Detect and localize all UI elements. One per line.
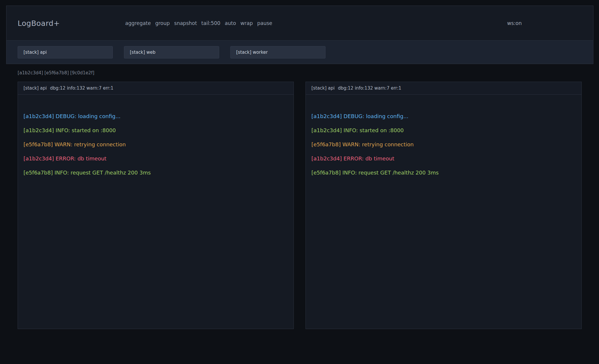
log-line: [e5f6a7b8] WARN: retrying connection [24,137,288,152]
panel-level-stats: dbg:12 info:132 warn:7 err:1 [338,85,401,91]
toolbar-item-snapshot[interactable]: snapshot [174,20,197,26]
log-panels: [stack] api dbg:12 info:132 warn:7 err:1… [18,82,582,329]
log-line: [e5f6a7b8] INFO: request GET /healthz 20… [24,166,288,180]
log-panel-right: [stack] api dbg:12 info:132 warn:7 err:1… [306,82,582,329]
toolbar-item-wrap[interactable]: wrap [240,20,253,26]
log-line: [a1b2c3d4] INFO: started on :8000 [311,123,576,137]
log-line: [a1b2c3d4] INFO: started on :8000 [24,123,288,137]
panel-stack-title: [stack] api [311,85,335,91]
log-line: [a1b2c3d4] ERROR: db timeout [311,152,576,166]
log-panel-body: [a1b2c3d4] DEBUG: loading config... [a1b… [18,95,293,180]
app-title: LogBoard+ [18,19,60,27]
top-bar: LogBoard+ aggregate group snapshot tail:… [6,6,593,64]
log-panel-header: [stack] api dbg:12 info:132 warn:7 err:1 [18,82,293,95]
toolbar-item-auto[interactable]: auto [225,20,236,26]
log-panel-header: [stack] api dbg:12 info:132 warn:7 err:1 [306,82,581,95]
request-ids: [a1b2c3d4] [e5f6a7b8] [9c0d1e2f] [18,70,94,76]
stack-tab-worker[interactable]: [stack] worker [230,46,325,58]
log-panel-body: [a1b2c3d4] DEBUG: loading config... [a1b… [306,95,581,180]
panel-level-stats: dbg:12 info:132 warn:7 err:1 [50,85,113,91]
log-line: [e5f6a7b8] INFO: request GET /healthz 20… [311,166,576,180]
panel-stack-title: [stack] api [24,85,47,91]
stack-tab-row: [stack] api [stack] web [stack] worker [6,40,593,64]
stack-tab-api[interactable]: [stack] api [18,46,113,58]
ws-status-badge: ws:on [507,20,522,26]
toolbar-item-aggregate[interactable]: aggregate [125,20,151,26]
toolbar-item-pause[interactable]: pause [257,20,272,26]
log-line: [e5f6a7b8] WARN: retrying connection [311,137,576,152]
log-panel-left: [stack] api dbg:12 info:132 warn:7 err:1… [18,82,294,329]
log-line: [a1b2c3d4] DEBUG: loading config... [24,109,288,123]
log-line: [a1b2c3d4] DEBUG: loading config... [311,109,576,123]
log-line: [a1b2c3d4] ERROR: db timeout [24,152,288,166]
toolbar-item-group[interactable]: group [155,20,170,26]
toolbar: aggregate group snapshot tail:500 auto w… [125,20,272,26]
header-row: LogBoard+ aggregate group snapshot tail:… [6,6,593,40]
stack-tab-web[interactable]: [stack] web [124,46,219,58]
toolbar-item-tail[interactable]: tail:500 [201,20,220,26]
